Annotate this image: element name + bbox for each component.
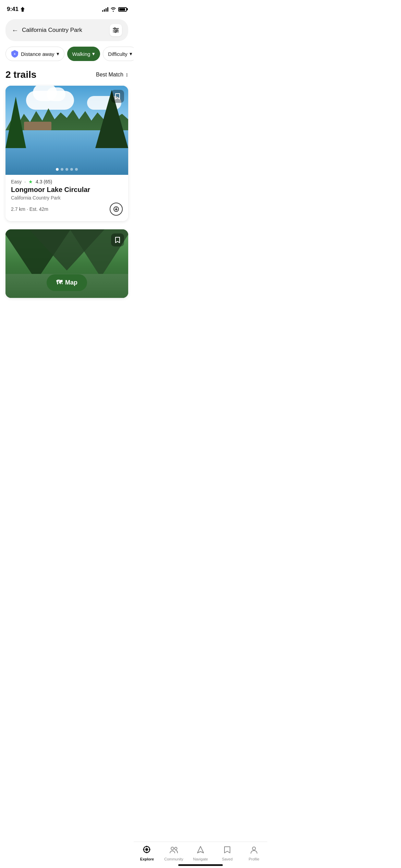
bookmark-icon-2 — [115, 237, 120, 243]
trail-meta-1: Easy · ★ 4.3 (65) — [11, 179, 123, 184]
trail-info-1: Easy · ★ 4.3 (65) Longmoor Lake Circular… — [5, 175, 128, 221]
chip-difficulty-label: Difficulty — [108, 51, 127, 57]
difficulty-label-1: Easy — [11, 179, 22, 184]
chip-distance[interactable]: + Distance away ▾ — [5, 47, 64, 61]
trail-distance-1: 2.7 km · Est. 42m — [11, 206, 48, 212]
dot-4 — [70, 168, 73, 171]
trail-location-1: California Country Park — [11, 195, 123, 201]
status-time: 9:41 — [7, 6, 25, 13]
bookmark-icon-1 — [115, 93, 120, 100]
wifi-icon — [110, 7, 116, 12]
dot-2 — [61, 168, 63, 171]
sort-icon: ↕ — [125, 72, 128, 78]
map-icon: 🗺 — [56, 279, 62, 286]
bookmark-button-2[interactable] — [111, 233, 124, 246]
trail-image-1 — [5, 86, 128, 175]
status-bar: 9:41 — [0, 0, 134, 16]
status-icons — [102, 7, 127, 12]
trail-stats-1: 2.7 km · Est. 42m — [11, 203, 123, 216]
trails-header: 2 trails Best Match ↕ — [0, 67, 134, 86]
dot-5 — [75, 168, 78, 171]
trail-card-1[interactable]: Easy · ★ 4.3 (65) Longmoor Lake Circular… — [5, 86, 128, 221]
filter-row: + Distance away ▾ Walking ▾ Difficulty ▾ — [0, 45, 134, 67]
dot-1 — [56, 168, 59, 171]
search-bar[interactable]: ← California Country Park — [5, 19, 128, 41]
trail-title-1: Longmoor Lake Circular — [11, 186, 123, 194]
sort-label: Best Match — [96, 72, 123, 78]
chip-walking[interactable]: Walking ▾ — [67, 47, 100, 61]
trail-card-2[interactable]: 🗺 Map — [5, 229, 128, 298]
chip-walking-label: Walking — [72, 51, 90, 57]
chip-difficulty[interactable]: Difficulty ▾ — [103, 47, 134, 61]
shield-icon: + — [11, 50, 19, 58]
trail-image-2: 🗺 Map — [5, 229, 128, 298]
back-button[interactable]: ← — [12, 26, 19, 34]
download-icon — [113, 206, 119, 212]
search-query: California Country Park — [22, 27, 82, 34]
svg-rect-3 — [114, 28, 116, 29]
star-icon: ★ — [28, 179, 33, 184]
svg-rect-5 — [115, 31, 116, 33]
sort-button[interactable]: Best Match ↕ — [96, 72, 128, 78]
signal-bars-icon — [102, 7, 108, 12]
chip-distance-label: Distance away — [21, 51, 54, 57]
svg-text:+: + — [14, 52, 16, 56]
battery-icon — [118, 7, 127, 12]
map-button[interactable]: 🗺 Map — [47, 274, 87, 291]
chip-difficulty-arrow: ▾ — [130, 51, 132, 57]
rating-1: 4.3 (65) — [36, 179, 52, 184]
svg-rect-4 — [116, 29, 118, 31]
image-dots — [56, 168, 78, 171]
filter-button[interactable] — [110, 24, 122, 36]
map-label: Map — [65, 279, 77, 286]
filter-icon — [113, 27, 119, 33]
trails-count: 2 trails — [5, 69, 36, 80]
chip-distance-arrow: ▾ — [57, 51, 59, 57]
download-button-1[interactable] — [110, 203, 123, 216]
chip-walking-arrow: ▾ — [92, 51, 95, 57]
bookmark-button-1[interactable] — [111, 90, 124, 103]
dot-3 — [65, 168, 68, 171]
